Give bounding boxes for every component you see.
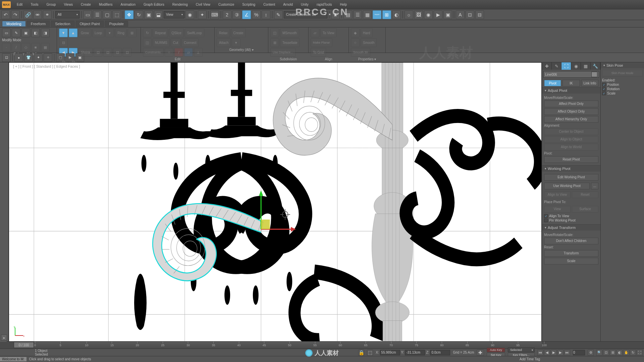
spinner-snap-button[interactable]: ↕ [262,10,270,19]
poly-ribbon-btn-2[interactable]: ✎ [12,28,20,37]
align-to-view-checkbox[interactable]: ✓Align To View [544,214,598,218]
sel-btn-a[interactable]: ⊞ [128,28,137,37]
qslice-button[interactable]: QSlice [169,28,183,37]
modify-sel-2[interactable]: ▲ [69,28,77,37]
prev-frame-button[interactable]: ◀ [544,350,550,356]
tessellate-icon[interactable]: ⊞ [270,38,279,47]
constr-none[interactable]: ○ [165,48,173,57]
poly-ribbon-btn-4[interactable]: ◧ [31,28,40,37]
pan-button[interactable]: ✋ [623,350,629,356]
goto-end-button[interactable]: ⏭ [564,350,570,356]
layer-button[interactable]: ☰ [353,10,362,19]
poly-ribbon-btn-1[interactable]: ▭ [2,28,11,37]
maxscript-mini-listener[interactable]: Welcome to M: [0,357,26,361]
z-coord-input[interactable] [430,350,450,355]
skin-pose-rollout[interactable]: ▾Skin Pose [601,62,644,68]
curve-editor-button[interactable]: 〰 [373,10,381,19]
align-view-button[interactable]: Align to View [544,191,571,198]
make-planar-button[interactable]: Make Planar [311,38,332,47]
affect-object-only-button[interactable]: Affect Object Only [544,108,598,115]
snaps-3d-button[interactable]: ③ [232,10,241,19]
cmd-tab-hierarchy[interactable]: ⛶ [561,62,571,70]
viewport-label[interactable]: [ + ] [ Front ] [ Standard ] [ Edged Fac… [12,64,82,69]
smooth-button[interactable]: Smooth [361,38,377,47]
link-info-tab[interactable]: Link Info [581,80,598,86]
hard-icon[interactable]: ◆ [351,28,360,37]
subobj-edge[interactable]: / [12,43,20,52]
constr-edge[interactable]: / [174,48,183,57]
tab-freeform[interactable]: Freeform [26,21,50,27]
x-coord-input[interactable] [380,350,400,355]
create-button[interactable]: Create [231,28,246,37]
render-button[interactable]: ◉ [424,10,433,19]
goto-start-button[interactable]: ⏮ [537,350,543,356]
hard-button[interactable]: Hard [361,28,373,37]
pivot-tab[interactable]: Pivot [544,80,561,86]
place-view-button[interactable]: View [544,206,571,213]
align-to-world-button[interactable]: Align to World [544,144,598,150]
menu-rapidtools[interactable]: rapidTools [313,1,336,8]
fov-button[interactable]: ◐ [616,350,623,356]
undo-button[interactable]: ↶ [1,10,10,19]
add-keys-button[interactable]: ✚ [477,350,484,356]
named-selection-sets[interactable]: Create Selection Se [284,11,327,18]
menu-modifiers[interactable]: Modifiers [95,1,117,8]
modify-sel-1[interactable]: ▼ [59,28,68,37]
poly-ribbon-btn-3[interactable]: ▣ [21,28,30,37]
tab-object-paint[interactable]: Object Paint [75,21,104,27]
menu-group[interactable]: Group [43,1,60,8]
affect-hierarchy-only-button[interactable]: Affect Hierarchy Only [544,116,598,123]
tool-e[interactable]: ✧ [44,53,52,62]
smooth30-button[interactable]: Smooth 30 [351,48,370,57]
extra-tool-2[interactable]: ⊟ [475,10,484,19]
skin-pose-mode-button[interactable]: Skin Pose Mode [602,70,643,76]
rect-region-button[interactable]: ▢ [103,10,111,19]
nurms-button[interactable]: NURMS [153,38,170,47]
menu-customize[interactable]: Customize [214,1,238,8]
sel-c[interactable]: ⊡ [94,48,102,57]
subobj-border[interactable]: ◇ [21,43,30,52]
menu-content[interactable]: Content [259,1,279,8]
tool-d[interactable]: ✦ [34,53,43,62]
connect-button[interactable]: Connect [181,38,199,47]
use-pivot-center-button[interactable]: ◉ [185,10,194,19]
time-config-button[interactable]: ⚙ [588,350,594,356]
object-color-swatch[interactable] [591,72,597,77]
cmd-tab-utilities[interactable]: 🔧 [591,62,600,70]
ring-button[interactable]: Ring [115,28,127,37]
menu-edit[interactable]: Edit [13,1,26,8]
relax-button[interactable]: Relax [217,28,230,37]
sel-e[interactable]: ⊡ [113,48,122,57]
nurms-icon[interactable]: ◫ [143,38,152,47]
make-planar-icon[interactable]: ▱ [311,28,319,37]
reset-wp-button[interactable]: Reset [572,191,598,198]
working-pivot-rollout[interactable]: ▾Working Pivot [542,166,600,172]
reset-pivot-button[interactable]: Reset Pivot [544,156,598,163]
ref-coord-system[interactable]: View [164,11,184,18]
percent-snap-button[interactable]: % [252,10,261,19]
lock-icon[interactable]: ⬚ [367,350,373,356]
next-frame-button[interactable]: ▶ [557,350,564,356]
to-grid-button[interactable]: To Grid [311,48,326,57]
msmooth-button[interactable]: MSmooth [280,28,299,37]
y-coord-input[interactable] [405,350,425,355]
sel-d[interactable]: ⊡ [103,48,112,57]
tab-modeling[interactable]: Modeling [2,21,26,27]
timeline[interactable]: 0 / 100 05101520253035404550556065707580… [7,341,644,349]
attach-opt[interactable]: ▾ [232,38,240,47]
repeat-button[interactable]: Repeat [153,28,168,37]
render-prod-button[interactable]: ▣ [443,10,452,19]
expand-button[interactable]: ▸ [1,335,7,341]
menu-animation[interactable]: Animation [116,1,139,8]
sel-f[interactable]: ⊡ [123,48,131,57]
isolate-icon[interactable]: 🔒 [358,350,364,356]
subobj-vertex[interactable]: · [2,43,11,52]
window-crossing-button[interactable]: ⬚ [112,10,121,19]
cmd-tab-modify[interactable]: ✎ [552,62,561,70]
select-by-name-button[interactable]: ☰ [93,10,102,19]
render-frame-button[interactable]: 🖼 [414,10,423,19]
material-editor-button[interactable]: ◐ [392,10,401,19]
menu-create[interactable]: Create [77,1,95,8]
dont-affect-children-button[interactable]: Don't Affect Children [544,238,598,244]
select-scale-button[interactable]: ▣ [144,10,153,19]
